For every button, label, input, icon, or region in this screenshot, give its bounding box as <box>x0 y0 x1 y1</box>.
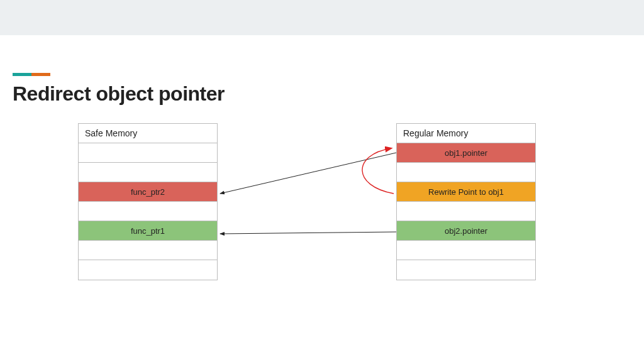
accent-bar <box>13 73 50 76</box>
memory-diagram: Safe Memory func_ptr2 func_ptr1 Regular … <box>13 123 631 337</box>
page-title: Redirect object pointer <box>13 82 631 106</box>
rewrite-point-row: Rewrite Point to obj1 <box>397 182 535 202</box>
table-row <box>79 241 217 260</box>
arrow-obj2-to-funcptr1 <box>220 232 396 234</box>
regular-memory-header: Regular Memory <box>397 124 535 143</box>
table-row <box>79 163 217 182</box>
safe-memory-table: Safe Memory func_ptr2 func_ptr1 <box>78 123 218 280</box>
slide-content: Redirect object pointer Safe Memory func… <box>0 35 644 337</box>
arrow-rewrite-to-obj1 <box>362 148 394 194</box>
table-row <box>397 163 535 182</box>
table-row <box>397 260 535 280</box>
table-row <box>79 202 217 221</box>
table-row <box>79 260 217 280</box>
safe-memory-header: Safe Memory <box>79 124 217 143</box>
regular-memory-table: Regular Memory obj1.pointer Rewrite Poin… <box>396 123 536 280</box>
table-row <box>397 202 535 221</box>
arrow-obj1-to-funcptr2 <box>220 153 396 194</box>
obj2-pointer-row: obj2.pointer <box>397 221 535 241</box>
accent-segment-teal <box>13 73 31 76</box>
top-bar <box>0 0 644 35</box>
accent-segment-orange <box>31 73 50 76</box>
func-ptr2-row: func_ptr2 <box>79 182 217 202</box>
table-row <box>79 143 217 163</box>
table-row <box>397 241 535 260</box>
obj1-pointer-row: obj1.pointer <box>397 143 535 163</box>
func-ptr1-row: func_ptr1 <box>79 221 217 241</box>
